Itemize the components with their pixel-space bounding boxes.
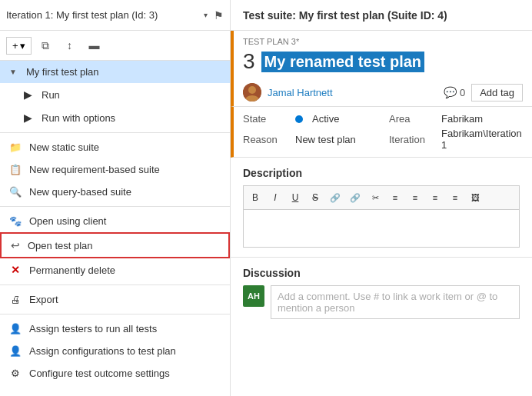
discussion-title: Discussion [243, 267, 520, 279]
discussion-input[interactable]: Add a comment. Use # to link a work item… [271, 285, 520, 319]
bold-button[interactable]: B [247, 189, 264, 206]
image-button[interactable]: 🖼 [467, 189, 484, 206]
svg-point-1 [248, 86, 256, 94]
folder-icon: 📁 [9, 141, 22, 153]
run-options-icon: ▶ [22, 111, 34, 124]
list-ordered-button[interactable]: ≡ [407, 189, 424, 206]
cut-button[interactable]: ✂ [367, 189, 384, 206]
menu-item-label: Open using client [29, 215, 106, 227]
export-icon: 🖨 [9, 294, 22, 305]
copy-button[interactable]: ⧉ [35, 35, 56, 55]
left-panel: + ▾ ⧉ ↕ ▬ ▼ My first test plan ▶ Run ▶ R… [0, 31, 231, 396]
area-label: Area [389, 113, 435, 125]
menu-item-label: Open test plan [28, 240, 93, 251]
plan-header: TEST PLAN 3* 3 My renamed test plan [231, 31, 532, 78]
move-button[interactable]: ↕ [59, 35, 81, 55]
add-tag-button[interactable]: Add tag [471, 84, 523, 101]
menu-item-configure-outcome[interactable]: ⚙ Configure test outcome settings [0, 362, 230, 384]
menu-item-label: New static suite [29, 141, 99, 153]
state-field: State Active [243, 113, 377, 125]
editor-toolbar: B I U S 🔗 🔗 ✂ ≡ ≡ ≡ ≡ 🖼 [243, 185, 520, 209]
menu-item-new-query-suite[interactable]: 🔍 New query-based suite [0, 181, 230, 203]
avatar-row: Jamal Hartnett 💬 0 Add tag [231, 78, 532, 107]
description-title: Description [243, 167, 520, 179]
gear-icon: ⚙ [9, 368, 22, 379]
plan-label: TEST PLAN 3* [243, 37, 523, 46]
state-label: State [243, 113, 289, 125]
menu-item-label: Export [29, 294, 58, 305]
iteration-label: Iteration [389, 134, 435, 145]
separator-1 [0, 132, 230, 133]
author-avatar [243, 83, 261, 101]
strikethrough-button[interactable]: S [307, 189, 324, 206]
discussion-section: Discussion AH Add a comment. Use # to li… [231, 258, 532, 328]
discussion-avatar: AH [243, 285, 264, 307]
menu-item-assign-configurations[interactable]: 👤 Assign configurations to test plan [0, 340, 230, 362]
iteration-field: Iteration Fabrikam\Iteration 1 [389, 128, 523, 151]
outdent-button[interactable]: ≡ [447, 189, 464, 206]
menu-item-new-requirement-suite[interactable]: 📋 New requirement-based suite [0, 158, 230, 181]
fields-grid: State Active Area Fabrikam Reason New te… [231, 107, 532, 158]
plan-name[interactable]: My renamed test plan [261, 52, 425, 72]
collapse-button[interactable]: ▬ [84, 35, 105, 55]
menu-item-label: Configure test outcome settings [29, 368, 170, 379]
state-value[interactable]: Active [312, 113, 339, 125]
reason-field: Reason New test plan [243, 128, 377, 151]
separator-4 [0, 314, 230, 314]
discussion-input-row: AH Add a comment. Use # to link a work i… [243, 285, 520, 319]
menu-item-my-first-test-plan[interactable]: ▼ My first test plan [0, 61, 230, 83]
menu-item-assign-testers[interactable]: 👤 Assign testers to run all tests [0, 318, 230, 340]
assign-testers-icon: 👤 [9, 323, 22, 334]
add-dropdown-arrow: ▾ [20, 40, 25, 52]
iteration-label: Iteration 1: My first test plan (Id: 3) [6, 9, 201, 21]
author-name: Jamal Hartnett [268, 87, 333, 98]
reason-label: Reason [243, 134, 289, 145]
menu-item-label: Run with options [42, 112, 115, 124]
menu-item-open-client[interactable]: 🐾 Open using client [0, 210, 230, 232]
toolbar-row: + ▾ ⧉ ↕ ▬ [0, 31, 230, 61]
assign-config-icon: 👤 [9, 345, 22, 357]
state-dot [295, 115, 303, 123]
open-plan-icon: ↩ [11, 239, 20, 251]
list-unordered-button[interactable]: ≡ [387, 189, 404, 206]
chevron-icon: ▼ [9, 68, 17, 76]
menu-item-export[interactable]: 🖨 Export [0, 288, 230, 311]
description-section: Description B I U S 🔗 🔗 ✂ ≡ ≡ ≡ ≡ 🖼 [231, 158, 532, 258]
menu-item-label: New requirement-based suite [29, 164, 160, 175]
filter-icon[interactable]: ⚑ [214, 9, 224, 22]
italic-button[interactable]: I [267, 189, 284, 206]
menu-item-label: Assign testers to run all tests [29, 323, 157, 334]
menu-item-run[interactable]: ▶ Run [0, 83, 230, 106]
comment-icon: 💬 [444, 86, 457, 98]
menu-item-permanently-delete[interactable]: ✕ Permanently delete [0, 258, 230, 281]
run-icon: ▶ [22, 88, 34, 101]
separator-3 [0, 285, 230, 285]
menu-item-label: My first test plan [26, 66, 99, 78]
delete-icon: ✕ [9, 264, 22, 276]
iteration-value[interactable]: Fabrikam\Iteration 1 [441, 128, 523, 151]
menu-item-label: New query-based suite [29, 186, 131, 198]
menu-item-new-static-suite[interactable]: 📁 New static suite [0, 136, 230, 158]
client-icon: 🐾 [9, 215, 22, 227]
menu-item-run-with-options[interactable]: ▶ Run with options [0, 106, 230, 129]
unlink-button[interactable]: 🔗 [347, 189, 364, 206]
reason-value[interactable]: New test plan [295, 134, 356, 145]
plan-id: 3 [243, 49, 255, 74]
right-panel: TEST PLAN 3* 3 My renamed test plan Jama… [231, 31, 532, 396]
area-field: Area Fabrikam [389, 113, 523, 125]
comment-count: 💬 0 [444, 86, 465, 98]
description-editor[interactable] [243, 209, 520, 248]
menu-item-open-test-plan[interactable]: ↩ Open test plan [0, 232, 230, 258]
menu-item-label: Run [42, 89, 60, 101]
link-button[interactable]: 🔗 [327, 189, 344, 206]
underline-button[interactable]: U [287, 189, 304, 206]
plus-icon: + [12, 40, 18, 52]
iteration-dropdown[interactable]: Iteration 1: My first test plan (Id: 3) … [6, 9, 208, 21]
area-value[interactable]: Fabrikam [441, 113, 483, 125]
chevron-down-icon: ▾ [204, 11, 208, 19]
comment-number: 0 [460, 87, 465, 98]
add-button[interactable]: + ▾ [6, 37, 32, 55]
indent-button[interactable]: ≡ [427, 189, 444, 206]
query-icon: 🔍 [9, 186, 22, 198]
separator-2 [0, 206, 230, 207]
